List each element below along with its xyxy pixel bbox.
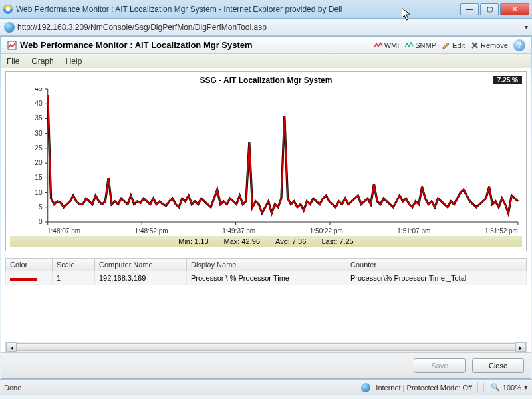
window-title: Web Performance Monitor : AIT Localizati… — [16, 5, 460, 14]
status-done: Done — [4, 384, 21, 392]
zoom-control[interactable]: 🔍 100% ▾ — [483, 383, 528, 392]
svg-text:15: 15 — [35, 174, 43, 181]
stat-min: Min: 1.13 — [178, 237, 208, 245]
chart-stats-bar: Min: 1.13 Max: 42.96 Avg: 7.36 Last: 7.2… — [10, 236, 522, 247]
svg-text:20: 20 — [35, 159, 43, 166]
address-url[interactable]: http://192.168.3.209/NmConsole/Ssg/DlgPe… — [17, 23, 525, 32]
svg-text:0: 0 — [39, 218, 43, 225]
wmi-button[interactable]: WMI — [374, 41, 400, 50]
stat-last: Last: 7.25 — [321, 237, 353, 245]
app-title: Web Performance Monitor : AIT Localizati… — [20, 40, 253, 50]
app-header: Web Performance Monitor : AIT Localizati… — [1, 37, 531, 54]
cell-computer: 192.168.3.169 — [95, 271, 187, 285]
svg-point-1 — [6, 7, 10, 11]
th-computer[interactable]: Computer Name — [95, 259, 187, 271]
chart-plot[interactable]: 051015202530354045 — [10, 88, 522, 227]
window-minimize-button[interactable]: — — [460, 3, 479, 15]
svg-text:25: 25 — [35, 144, 43, 152]
stat-avg: Avg: 7.36 — [275, 237, 306, 245]
svg-text:35: 35 — [35, 115, 43, 122]
cell-scale: 1 — [53, 271, 95, 285]
scroll-left-button[interactable]: ◂ — [6, 342, 17, 352]
globe-icon — [4, 22, 15, 33]
svg-text:5: 5 — [39, 203, 43, 211]
chart-title: SSG - AIT Localization Mgr System — [200, 76, 332, 85]
dialog-button-row: Save Close — [1, 352, 531, 378]
window-close-button[interactable]: ✕ — [500, 3, 529, 15]
help-button[interactable]: ? — [513, 39, 525, 51]
save-button[interactable]: Save — [414, 358, 466, 373]
table-row[interactable]: 1 192.168.3.169 Processor \ % Processor … — [6, 271, 527, 285]
svg-text:45: 45 — [35, 88, 43, 92]
remove-button[interactable]: Remove — [470, 41, 508, 50]
menu-help[interactable]: Help — [66, 57, 82, 66]
window-titlebar: Web Performance Monitor : AIT Localizati… — [0, 0, 532, 19]
stat-max: Max: 42.96 — [224, 237, 260, 245]
status-zone: Internet | Protected Mode: Off — [376, 384, 472, 392]
chart-percent-badge: 7.25 % — [493, 76, 522, 84]
svg-text:30: 30 — [35, 130, 43, 137]
chart-container: SSG - AIT Localization Mgr System 7.25 %… — [5, 71, 527, 251]
th-display[interactable]: Display Name — [187, 259, 346, 271]
menu-graph[interactable]: Graph — [31, 57, 53, 66]
cell-color — [6, 271, 53, 285]
menu-file[interactable]: File — [7, 57, 19, 66]
scroll-right-button[interactable]: ▸ — [515, 342, 526, 352]
zone-globe-icon — [361, 383, 370, 392]
page-body: Web Performance Monitor : AIT Localizati… — [1, 36, 531, 379]
cell-counter: Processor\% Processor Time:_Total — [346, 271, 527, 285]
chart-x-axis-labels: 1:48:07 pm1:48:52 pm1:49:37 pm1:50:22 pm… — [10, 227, 522, 235]
address-dropdown-icon[interactable]: ▾ — [525, 23, 528, 31]
svg-text:40: 40 — [35, 100, 43, 107]
horizontal-scrollbar[interactable]: ◂ ▸ — [5, 342, 527, 352]
edit-button[interactable]: Edit — [442, 41, 465, 50]
menu-bar: File Graph Help — [1, 54, 531, 68]
svg-text:10: 10 — [35, 189, 43, 196]
close-button[interactable]: Close — [472, 358, 524, 373]
scroll-thumb[interactable] — [17, 343, 515, 351]
snmp-button[interactable]: SNMP — [404, 41, 436, 50]
address-bar: http://192.168.3.209/NmConsole/Ssg/DlgPe… — [0, 19, 532, 36]
counter-table: Color Scale Computer Name Display Name C… — [5, 258, 527, 285]
ie-icon — [3, 4, 13, 15]
perfmon-icon — [7, 40, 17, 51]
browser-status-bar: Done Internet | Protected Mode: Off 🔍 10… — [0, 379, 532, 395]
th-counter[interactable]: Counter — [346, 259, 527, 271]
th-color[interactable]: Color — [6, 259, 53, 271]
th-scale[interactable]: Scale — [53, 259, 95, 271]
cell-display: Processor \ % Processor Time — [187, 271, 346, 285]
window-maximize-button[interactable]: ▢ — [480, 3, 499, 15]
